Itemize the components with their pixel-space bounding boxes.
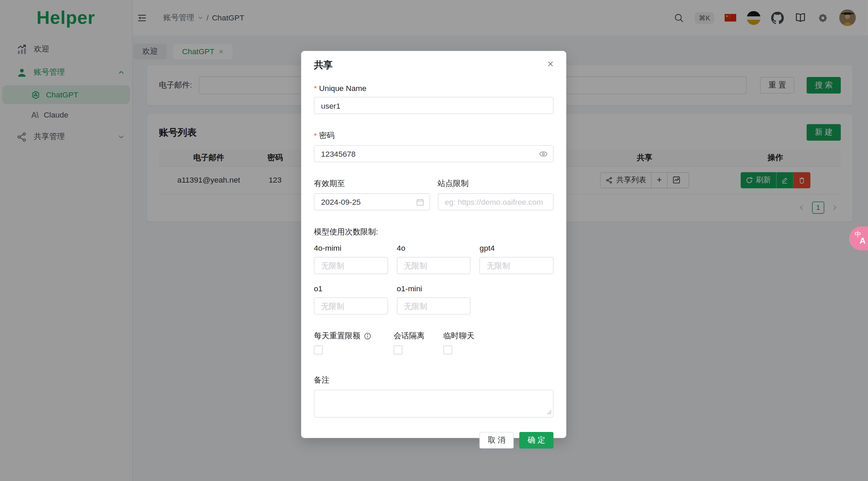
share-modal: 共享 × * Unique Name * 密码 有效期至 (301, 51, 566, 438)
unique-name-label: * Unique Name (314, 83, 554, 92)
valid-until-date-input[interactable] (314, 193, 430, 210)
password-input[interactable] (314, 145, 554, 162)
resize-grip-icon[interactable] (547, 407, 552, 417)
session-isolation-label: 会话隔离 (394, 331, 443, 341)
session-isolation-checkbox[interactable] (394, 345, 403, 354)
info-icon[interactable] (364, 332, 372, 340)
modal-title: 共享 (314, 59, 333, 71)
model-limit-input-4o[interactable] (397, 257, 471, 274)
model-label-4o: 4o (397, 244, 471, 252)
modal-close-icon[interactable]: × (548, 59, 554, 69)
model-limit-label: 模型使用次数限制: (314, 227, 554, 237)
model-limit-input-o1[interactable] (314, 297, 388, 314)
temporary-chat-label: 临时聊天 (443, 331, 474, 341)
screen: Helper 欢迎 账号管理 (0, 0, 868, 481)
model-label-o1-mini: o1-mini (397, 284, 471, 293)
daily-reset-label: 每天重置限额 (314, 331, 394, 341)
model-limit-input-o1-mini[interactable] (397, 297, 471, 314)
cancel-button[interactable]: 取 消 (479, 432, 514, 449)
daily-reset-checkbox[interactable] (314, 345, 323, 354)
site-limit-input[interactable] (438, 193, 554, 210)
unique-name-input[interactable] (314, 97, 554, 114)
site-limit-label: 站点限制 (438, 179, 554, 189)
valid-until-label: 有效期至 (314, 179, 430, 189)
model-label-o1: o1 (314, 284, 388, 293)
required-asterisk: * (314, 83, 317, 92)
calendar-icon (415, 198, 424, 206)
confirm-button[interactable]: 确 定 (519, 432, 554, 449)
remark-label: 备注 (314, 375, 554, 385)
model-label-4o-mimi: 4o-mimi (314, 244, 388, 252)
model-limit-input-4o-mimi[interactable] (314, 257, 388, 274)
password-label: * 密码 (314, 131, 554, 141)
remark-textarea[interactable] (314, 390, 554, 417)
eye-icon[interactable] (539, 149, 548, 158)
model-limit-input-gpt4[interactable] (479, 257, 553, 274)
temporary-chat-checkbox[interactable] (443, 345, 452, 354)
required-asterisk: * (314, 131, 317, 140)
model-label-gpt4: gpt4 (479, 244, 553, 252)
